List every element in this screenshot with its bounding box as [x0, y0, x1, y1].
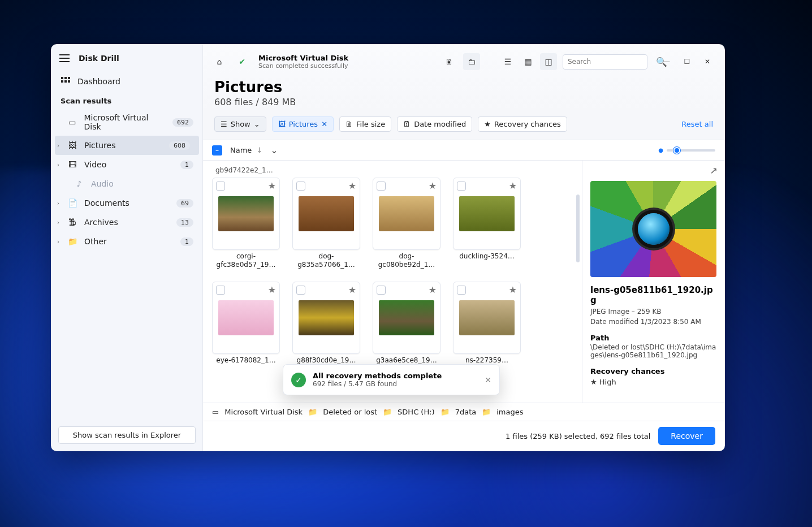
search-input[interactable] [568, 58, 653, 66]
open-external-icon[interactable]: ↗ [710, 165, 718, 176]
star-icon[interactable]: ★ [509, 284, 517, 295]
thumbnail[interactable]: ★ [453, 282, 521, 354]
thumbnail-card[interactable]: ★dog-gc080be92d_1… [373, 178, 440, 269]
thumbnail[interactable]: ★ [292, 178, 360, 250]
minimize-button[interactable]: — [658, 54, 676, 70]
detail-type-size: JPEG Image – 259 KB [590, 308, 716, 316]
svg-rect-5 [68, 80, 70, 83]
thumbnail-card[interactable]: ★eye-6178082_1… [212, 282, 280, 365]
split-view-icon[interactable]: ◫ [540, 53, 557, 70]
thumbnail-card[interactable]: ★g88f30cd0e_19… [292, 282, 360, 365]
thumbnail[interactable]: ★ [212, 178, 280, 250]
remove-filter-icon[interactable]: ✕ [321, 120, 327, 128]
breadcrumb-root[interactable]: Microsoft Virtual Disk [224, 408, 303, 416]
thumbnail-caption: dog-gc080be92d_1… [373, 252, 440, 269]
folder-icon: 📁 [383, 408, 392, 416]
file-mode-icon[interactable]: 🗎 [440, 53, 457, 70]
thumbnail[interactable]: ★ [453, 178, 521, 250]
star-icon[interactable]: ★ [429, 180, 437, 191]
breadcrumb-p3[interactable]: 7data [455, 408, 477, 416]
disk-icon: ▭ [212, 408, 219, 416]
svg-rect-0 [61, 77, 63, 79]
detail-chances-label: Recovery chances [590, 367, 716, 375]
thumbnail-card[interactable]: ★duckling-3524… [453, 178, 521, 269]
breadcrumb-p1[interactable]: Deleted or lost [323, 408, 377, 416]
thumbnail[interactable]: ★ [212, 282, 280, 354]
nav-documents-count: 69 [176, 199, 193, 208]
breadcrumb-p4[interactable]: images [496, 408, 523, 416]
thumbnail-card[interactable]: ★corgi-gfc38e0d57_19… [212, 178, 280, 269]
pictures-filter[interactable]: 🖼 Pictures ✕ [272, 116, 334, 132]
star-icon[interactable]: ★ [509, 180, 517, 191]
thumbnail-checkbox[interactable] [377, 286, 386, 295]
breadcrumb-p2[interactable]: SDHC (H:) [398, 408, 435, 416]
toast-close-icon[interactable]: ✕ [485, 375, 491, 385]
nav-dashboard-label: Dashboard [77, 77, 120, 86]
scrollbar[interactable] [576, 195, 580, 262]
completion-toast: ✓ All recovery methods complete 692 file… [283, 364, 500, 395]
folder-icon: 📁 [482, 408, 491, 416]
thumbnail-checkbox[interactable] [457, 286, 466, 295]
thumbnail-checkbox[interactable] [216, 182, 225, 191]
nav-pictures[interactable]: › 🖼 Pictures 608 [55, 136, 199, 155]
video-icon: 🎞 [67, 159, 77, 170]
filter-icon: ☰ [221, 120, 227, 128]
recover-button[interactable]: Recover [658, 427, 715, 445]
name-column[interactable]: Name ↓ [230, 146, 262, 154]
filter-bar: ☰ Show ⌄ 🖼 Pictures ✕ 🗎 File size 🗓 Date… [203, 111, 724, 140]
thumbnail-card[interactable]: ★ns-227359… [453, 282, 521, 365]
footer: 1 files (259 KB) selected, 692 files tot… [203, 421, 724, 451]
star-icon[interactable]: ★ [268, 284, 276, 295]
nav-documents[interactable]: › 📄 Documents 69 [51, 193, 202, 213]
nav-archives-label: Archives [84, 218, 118, 227]
zoom-slider[interactable]: ● [658, 147, 715, 153]
detail-path: \Deleted or lost\SDHC (H:)\7data\images\… [590, 343, 716, 359]
grid-view-icon[interactable]: ▦ [520, 53, 537, 70]
select-all-checkbox[interactable]: – [212, 145, 222, 155]
chevron-down-icon[interactable]: ⌄ [270, 145, 278, 155]
grid-icon [61, 76, 71, 87]
page-title: Pictures [214, 79, 713, 96]
folder-mode-icon[interactable]: 🗀 [463, 53, 480, 70]
nav-dashboard[interactable]: Dashboard [51, 72, 202, 91]
thumbnail-image [218, 196, 274, 231]
show-in-explorer-button[interactable]: Show scan results in Explorer [58, 426, 196, 444]
nav-audio[interactable]: ♪ Audio [51, 174, 202, 193]
svg-rect-3 [61, 80, 63, 83]
nav-other[interactable]: › 📁 Other 1 [51, 232, 202, 251]
thumbnail-checkbox[interactable] [296, 286, 305, 295]
nav-archives[interactable]: › 🗜 Archives 13 [51, 213, 202, 232]
nav-pictures-label: Pictures [84, 141, 115, 150]
filesize-filter[interactable]: 🗎 File size [339, 116, 391, 132]
sort-down-icon: ↓ [256, 146, 262, 154]
search-box[interactable]: 🔍 [563, 54, 647, 70]
maximize-button[interactable]: ☐ [678, 54, 696, 70]
thumbnail-checkbox[interactable] [457, 182, 466, 191]
date-filter[interactable]: 🗓 Date modified [397, 116, 472, 132]
partial-filename: gb9d7422e2_1… [212, 166, 573, 178]
star-icon[interactable]: ★ [268, 180, 276, 191]
recovery-filter[interactable]: ★ Recovery chances [478, 116, 567, 132]
selection-status: 1 files (259 KB) selected, 692 files tot… [506, 432, 650, 440]
thumbnail[interactable]: ★ [373, 178, 440, 250]
thumbnail-card[interactable]: ★g3aa6e5ce8_19… [373, 282, 440, 365]
nav-video[interactable]: › 🎞 Video 1 [51, 155, 202, 174]
thumbnail-checkbox[interactable] [296, 182, 305, 191]
hamburger-icon[interactable] [59, 54, 70, 62]
star-icon[interactable]: ★ [348, 180, 356, 191]
show-filter[interactable]: ☰ Show ⌄ [214, 116, 266, 132]
nav-disk[interactable]: ▭ Microsoft Virtual Disk 692 [51, 109, 202, 136]
thumbnail[interactable]: ★ [292, 282, 360, 354]
star-icon[interactable]: ★ [348, 284, 356, 295]
nav-disk-label: Microsoft Virtual Disk [84, 113, 166, 131]
close-button[interactable]: ✕ [698, 54, 716, 70]
thumbnail[interactable]: ★ [373, 282, 440, 354]
zoom-min-icon: ● [658, 147, 663, 153]
reset-filters-link[interactable]: Reset all [681, 120, 713, 128]
list-view-icon[interactable]: ☰ [499, 53, 516, 70]
thumbnail-checkbox[interactable] [216, 286, 225, 295]
thumbnail-card[interactable]: ★dog-g835a57066_1… [292, 178, 360, 269]
thumbnail-checkbox[interactable] [377, 182, 386, 191]
star-icon[interactable]: ★ [429, 284, 437, 295]
home-icon[interactable]: ⌂ [211, 53, 228, 70]
